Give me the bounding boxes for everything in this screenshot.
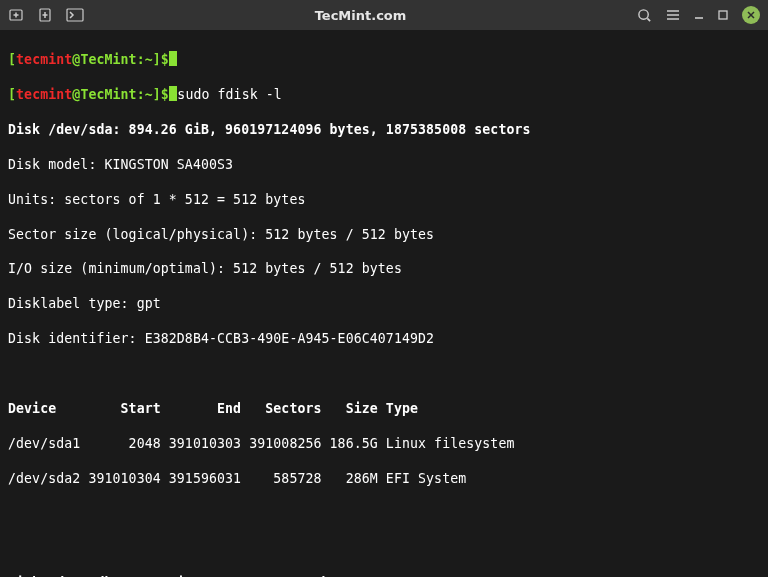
- disk-header: Disk /dev/sda: 894.26 GiB, 960197124096 …: [8, 121, 760, 138]
- blank-line: [8, 539, 760, 556]
- disk-labeltype: Disklabel type: gpt: [8, 295, 760, 312]
- svg-line-8: [647, 18, 650, 21]
- window-title: TecMint.com: [84, 8, 637, 23]
- prompt-line: [tecmint@TecMint:~]$sudo fdisk -l: [8, 86, 760, 103]
- partition-header: Device Start End Sectors Size Type: [8, 400, 760, 417]
- disk-units: Units: sectors of 1 * 512 = 512 bytes: [8, 191, 760, 208]
- maximize-icon[interactable]: [718, 10, 728, 20]
- cursor: [169, 51, 178, 66]
- svg-point-7: [639, 9, 648, 18]
- blank-line: [8, 504, 760, 521]
- titlebar-right-controls: [637, 6, 760, 24]
- blank-line: [8, 365, 760, 382]
- minimize-icon[interactable]: [694, 10, 704, 20]
- disk-model: Disk model: KINGSTON SA400S3: [8, 156, 760, 173]
- titlebar-left-controls: [8, 7, 84, 23]
- disk-sector: Sector size (logical/physical): 512 byte…: [8, 226, 760, 243]
- new-tab-icon[interactable]: [8, 7, 24, 23]
- menu-icon[interactable]: [666, 8, 680, 22]
- command-text: sudo fdisk -l: [177, 87, 282, 102]
- new-window-icon[interactable]: [38, 7, 52, 23]
- titlebar: TecMint.com: [0, 0, 768, 30]
- svg-rect-6: [67, 9, 83, 21]
- partition-row: /dev/sda2 391010304 391596031 585728 286…: [8, 470, 760, 487]
- close-icon[interactable]: [742, 6, 760, 24]
- terminal-output[interactable]: [tecmint@TecMint:~]$ [tecmint@TecMint:~]…: [0, 30, 768, 577]
- disk-identifier: Disk identifier: E382D8B4-CCB3-490E-A945…: [8, 330, 760, 347]
- partition-row: /dev/sda1 2048 391010303 391008256 186.5…: [8, 435, 760, 452]
- prompt-line: [tecmint@TecMint:~]$: [8, 51, 760, 68]
- search-icon[interactable]: [637, 8, 652, 23]
- svg-rect-13: [719, 11, 727, 19]
- disk-io: I/O size (minimum/optimal): 512 bytes / …: [8, 260, 760, 277]
- terminal-icon[interactable]: [66, 8, 84, 22]
